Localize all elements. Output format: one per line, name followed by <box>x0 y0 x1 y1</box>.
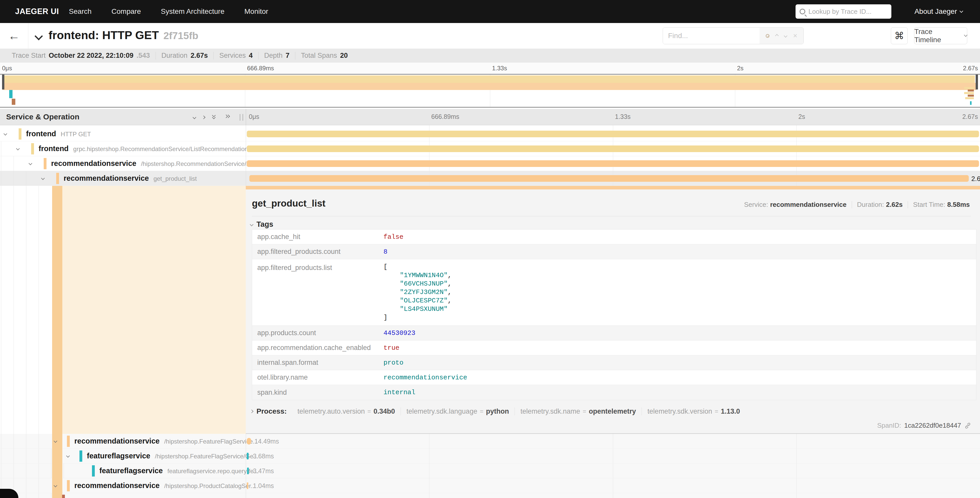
minimap-span-frontend-grpc <box>3 83 977 90</box>
back-button[interactable]: ← <box>0 23 29 49</box>
find-input[interactable] <box>663 28 759 44</box>
collapse-one-icon[interactable] <box>192 115 196 119</box>
minimap-ticks: 0μs 666.89ms 1.33s 2s 2.67s <box>0 63 980 74</box>
minimap-right-handle[interactable] <box>976 75 978 89</box>
find-next-icon[interactable] <box>784 34 788 38</box>
equals-sign: = <box>714 408 718 415</box>
span-service: frontend <box>26 129 56 138</box>
nav-item-system-architecture[interactable]: System Architecture <box>151 7 234 16</box>
trace-start-value: October 22 2022, 22:10:09 <box>49 52 134 59</box>
keyboard-shortcuts-button[interactable]: ⌘ <box>891 27 908 44</box>
selected-span-bar-strip[interactable] <box>246 186 980 190</box>
span-row-frontend-grpc[interactable]: frontend grpc.hipstershop.Recommendation… <box>0 141 980 156</box>
span-bar[interactable] <box>247 438 251 445</box>
expand-one-icon[interactable] <box>202 115 205 119</box>
about-jaeger-label: About Jaeger <box>914 7 957 16</box>
span-row-productcatalog-call[interactable]: recommendationservice /hipstershop.Produ… <box>0 478 980 493</box>
nav-item-compare[interactable]: Compare <box>102 7 151 16</box>
stat-services: Services 4 <box>213 52 259 59</box>
tag-key: span.kind <box>252 389 383 396</box>
process-value: python <box>486 407 509 415</box>
json-string: OLJCESPC7Z <box>404 297 448 305</box>
tag-value: recommendationservice <box>383 374 467 381</box>
json-string: 1YMWWN1N4O <box>404 271 448 279</box>
nav-item-monitor[interactable]: Monitor <box>234 7 278 16</box>
span-row-featureflagservice[interactable]: featureflagservice /hipstershop.FeatureF… <box>0 449 980 463</box>
nav-item-search[interactable]: Search <box>59 7 102 16</box>
detail-service-label: Service: <box>744 201 768 209</box>
services-label: Services <box>219 52 246 59</box>
minimap-span-right <box>968 89 974 91</box>
expand-all-icon[interactable] <box>225 114 231 121</box>
span-bar[interactable] <box>247 482 248 489</box>
trace-collapse-chevron-icon[interactable] <box>35 32 43 40</box>
service-color-marker <box>80 450 82 462</box>
locate-icon[interactable] <box>766 34 770 38</box>
span-operation: /hipstershop.RecommendationService/Lis..… <box>141 160 259 168</box>
tags-section-header[interactable]: Tags <box>250 220 274 228</box>
equals-sign: = <box>480 408 484 415</box>
json-string: 2ZYFJ3GM2N <box>404 288 448 296</box>
tag-key: app.recommendation.cache_enabled <box>252 344 383 352</box>
minimap-span-right <box>964 92 974 94</box>
trace-id-lookup-input[interactable] <box>808 8 887 16</box>
row-collapse-icon[interactable] <box>16 147 20 150</box>
minimap-left-handle[interactable] <box>2 75 4 89</box>
trace-stats-bar: Trace Start October 22 2022, 22:10:09.54… <box>0 49 980 63</box>
tag-row: app.products.count 44530923 <box>252 326 976 340</box>
tags-table: app.cache_hit false app.filtered_product… <box>252 229 977 400</box>
process-key: telemetry.sdk.version <box>648 407 712 415</box>
span-row-featureflag-call[interactable]: recommendationservice /hipstershop.Featu… <box>0 434 980 449</box>
detail-service-value: recommendationservice <box>770 201 846 209</box>
span-operation: grpc.hipstershop.RecommendationService/L… <box>73 145 251 153</box>
brand-logo[interactable]: JAEGER UI <box>15 7 59 16</box>
span-bar[interactable] <box>247 131 979 137</box>
chevron-down-icon <box>964 33 967 37</box>
span-bar[interactable] <box>247 453 248 460</box>
row-collapse-icon[interactable] <box>66 454 70 458</box>
process-kv: telemetry.sdk.name = opentelemetry <box>515 407 642 415</box>
trace-id-lookup <box>795 4 891 19</box>
row-collapse-icon[interactable] <box>41 176 45 180</box>
span-id-row: SpanID: 1ca2262df0e18447 <box>877 421 971 429</box>
service-color-marker <box>62 495 65 498</box>
span-service: recommendationservice <box>64 174 149 182</box>
find-clear-icon[interactable]: × <box>793 32 797 40</box>
span-row-frontend-http-get[interactable]: frontend HTTP GET <box>0 126 980 141</box>
stat-trace-start: Trace Start October 22 2022, 22:10:09.54… <box>6 52 156 59</box>
find-prev-icon[interactable] <box>775 34 779 38</box>
row-collapse-icon[interactable] <box>29 161 32 165</box>
about-jaeger-menu[interactable]: About Jaeger <box>914 7 963 16</box>
collapse-all-icon[interactable] <box>212 114 218 121</box>
span-duration-label: 14.49ms <box>255 438 279 445</box>
span-row-get-product-list-selected[interactable]: recommendationservice get_product_list 2… <box>0 171 980 186</box>
row-collapse-icon[interactable] <box>3 132 7 136</box>
service-operation-header: Service & Operation <box>6 112 80 121</box>
detail-duration-value: 2.62s <box>886 201 903 209</box>
trace-view-selector[interactable]: Trace Timeline <box>914 27 967 44</box>
tag-value: proto <box>383 359 403 367</box>
minimap-span-right <box>964 87 974 89</box>
process-value: opentelemetry <box>589 407 636 415</box>
link-icon[interactable] <box>964 422 971 429</box>
trace-timeline-minimap[interactable] <box>0 74 980 108</box>
detail-start-value: 8.58ms <box>947 201 970 209</box>
timeline-tick: 666.89ms <box>431 113 459 120</box>
span-row-partial[interactable] <box>0 493 980 498</box>
span-bar[interactable] <box>247 145 979 152</box>
span-bar[interactable] <box>249 175 969 182</box>
span-bar[interactable] <box>247 468 249 474</box>
json-comma: , <box>448 280 452 287</box>
tag-row: app.recommendation.cache_enabled true <box>252 340 976 355</box>
column-resizer[interactable] <box>240 114 243 121</box>
process-section-header[interactable]: Process: telemetry.auto.version = 0.34b0… <box>250 407 746 415</box>
span-row-featureflag-repo-query[interactable]: featureflagservice featureflagservice.re… <box>0 463 980 478</box>
timeline-tick: 2s <box>799 113 805 120</box>
trace-start-fraction: .543 <box>137 52 150 59</box>
minimap-tick: 0μs <box>2 65 12 72</box>
detail-duration-label: Duration: <box>857 201 884 209</box>
span-id-value: 1ca2262df0e18447 <box>904 421 961 429</box>
span-row-recommendation-list[interactable]: recommendationservice /hipstershop.Recom… <box>0 156 980 171</box>
span-bar[interactable] <box>247 160 979 167</box>
tag-key: app.cache_hit <box>252 233 383 241</box>
